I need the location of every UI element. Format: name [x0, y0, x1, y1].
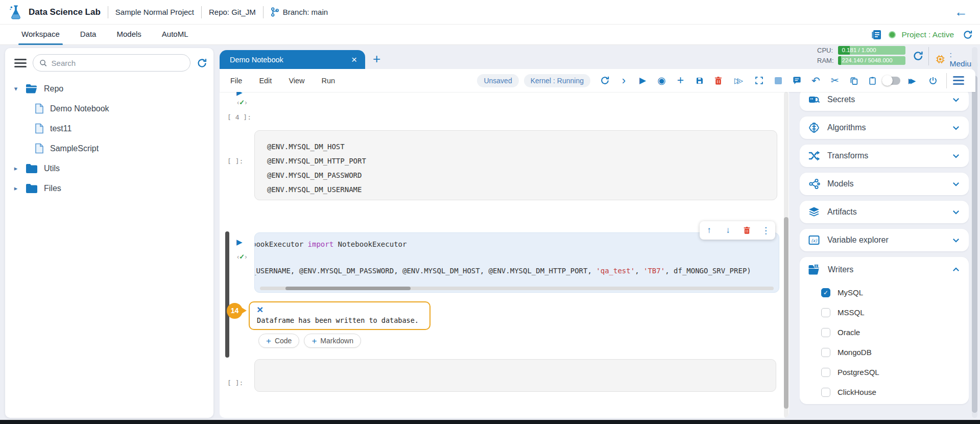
project-name: Sample Normal Project [115, 8, 194, 16]
chevron-down-icon[interactable] [951, 235, 961, 245]
section-algorithms[interactable]: Algorithms [800, 116, 969, 139]
copy-icon[interactable] [844, 72, 863, 89]
writers-header[interactable]: Writers [800, 257, 969, 282]
checkbox[interactable]: ✓ [821, 388, 830, 397]
tree-folder-utils[interactable]: ▸ Utils [12, 158, 213, 178]
nav-tab-automl[interactable]: AutoML [162, 25, 188, 45]
menu-view[interactable]: View [289, 77, 304, 85]
sidebar-menu-icon[interactable] [14, 59, 27, 67]
toggle-switch[interactable] [882, 72, 901, 89]
run-cell-gutter-icon[interactable]: ▶ [236, 238, 243, 247]
checkbox[interactable]: ✓ [821, 328, 830, 337]
refresh-resources-icon[interactable] [913, 50, 924, 62]
logs-icon[interactable] [871, 29, 883, 41]
writer-option-mysql[interactable]: ✓ MySQL [800, 282, 969, 302]
close-tab-icon[interactable]: × [351, 55, 357, 64]
add-markdown-cell-button[interactable]: + Markdown [304, 334, 361, 348]
code-line: _USERNAME, @ENV.MYSQL_DM_PASSWORD, @ENV.… [254, 267, 751, 275]
cut-icon[interactable]: ✂ [825, 72, 844, 89]
back-arrow-icon[interactable]: ← [954, 4, 968, 19]
delete-cell-icon[interactable] [739, 226, 755, 234]
add-code-cell-button[interactable]: + Code [258, 334, 299, 348]
notebook-menu-icon[interactable] [953, 76, 964, 85]
section-variable-explorer[interactable]: (x) Variable explorer [800, 229, 969, 251]
checkbox[interactable]: ✓ [821, 308, 830, 317]
close-callout-icon[interactable]: × [257, 303, 263, 315]
move-cell-up-icon[interactable]: ↑ [702, 225, 717, 235]
menu-edit[interactable]: Edit [259, 77, 272, 85]
fast-forward-icon[interactable]: ▶▶ [901, 72, 920, 89]
artifacts-layers-icon [808, 206, 820, 218]
empty-code-cell[interactable] [254, 359, 776, 392]
add-cell-icon[interactable]: + [671, 72, 690, 89]
chevron-down-icon[interactable] [951, 95, 961, 104]
step-forward-icon[interactable]: › [614, 72, 633, 89]
chevron-down-icon[interactable] [951, 151, 961, 160]
chevron-down-icon[interactable] [951, 179, 961, 189]
tree-file-demo-notebook[interactable]: Demo Notebook [12, 99, 213, 119]
checkbox[interactable]: ✓ [821, 288, 830, 297]
move-cell-down-icon[interactable]: ↓ [721, 225, 736, 235]
chevron-down-icon[interactable] [951, 207, 961, 217]
undo-icon[interactable]: ↶ [806, 72, 825, 89]
delete-cell-icon[interactable] [709, 72, 728, 89]
branch-name: Branch: main [283, 8, 328, 16]
section-artifacts[interactable]: Artifacts [800, 201, 969, 223]
section-secrets[interactable]: Secrets [800, 92, 969, 111]
add-cell-row: + Code + Markdown [258, 334, 361, 348]
writer-option-oracle[interactable]: ✓ Oracle [800, 322, 969, 342]
tree-file-test11[interactable]: test11 [12, 119, 213, 138]
writer-option-clickhouse[interactable]: ✓ ClickHouse [800, 382, 969, 402]
horizontal-scrollbar-thumb[interactable] [285, 287, 411, 290]
file-explorer-sidebar: ▾ Repo Demo Notebook [5, 48, 213, 418]
refresh-notebook-icon[interactable] [595, 72, 614, 89]
run-all-cells-icon[interactable]: ▷▷ [728, 72, 747, 89]
caret-right-icon[interactable]: ▸ [12, 184, 19, 192]
stop-kernel-icon[interactable] [769, 72, 787, 89]
writer-option-postgresql[interactable]: ✓ PostgreSQL [800, 362, 969, 382]
menu-run[interactable]: Run [322, 77, 336, 85]
search-input[interactable] [52, 59, 184, 67]
paste-icon[interactable] [863, 72, 882, 89]
menu-file[interactable]: File [230, 77, 242, 85]
cell-more-options-icon[interactable]: ⋮ [758, 225, 774, 236]
page-scrollbar-thumb[interactable] [972, 76, 977, 413]
page-scrollbar[interactable] [972, 47, 977, 418]
new-tab-button[interactable]: + [373, 51, 380, 67]
code-cell-env[interactable]: @ENV.MYSQL_DM_HOST @ENV.MYSQL_DM_HTTP_PO… [254, 130, 777, 200]
nav-tab-workspace[interactable]: Workspace [21, 25, 60, 45]
refresh-tree-icon[interactable] [197, 58, 207, 68]
tree-folder-repo[interactable]: ▾ Repo [12, 79, 213, 99]
record-target-icon[interactable]: ◉ [652, 72, 671, 89]
search-box[interactable] [33, 54, 190, 72]
comments-icon[interactable] [787, 72, 806, 89]
section-models[interactable]: Models [800, 173, 969, 195]
writer-option-mongodb[interactable]: ✓ MongoDB [800, 342, 969, 362]
cells-scrollbar-thumb[interactable] [784, 217, 788, 409]
caret-right-icon[interactable]: ▸ [12, 164, 19, 172]
cells-scrollbar[interactable] [784, 92, 788, 418]
run-gutter-icon-partial[interactable]: ▶ [236, 92, 243, 97]
nav-tab-data[interactable]: Data [80, 25, 97, 45]
tree-file-samplescript[interactable]: SampleScript [12, 138, 213, 158]
section-transforms[interactable]: Transforms [800, 145, 969, 167]
chevron-up-icon[interactable] [951, 265, 961, 274]
checkbox[interactable]: ✓ [821, 368, 830, 377]
nav-tab-models[interactable]: Models [116, 25, 141, 45]
tree-folder-files[interactable]: ▸ Files [12, 178, 213, 198]
caret-down-icon[interactable]: ▾ [12, 85, 19, 92]
refresh-project-icon[interactable] [963, 30, 973, 40]
code-cell-writer[interactable]: bookExecutor import NotebookExecutor _US… [254, 232, 779, 293]
shutdown-icon[interactable] [923, 72, 942, 89]
section-writers: Writers ✓ MySQL ✓ MSSQL ✓ Oracle [800, 257, 969, 404]
horizontal-scrollbar[interactable] [260, 287, 774, 290]
writer-option-mssql[interactable]: ✓ MSSQL [800, 302, 969, 322]
checkbox[interactable]: ✓ [821, 348, 830, 357]
ram-label: RAM: [817, 57, 834, 64]
fullscreen-icon[interactable] [750, 72, 769, 89]
transforms-shuffle-icon [808, 150, 820, 162]
save-notebook-icon[interactable] [690, 72, 709, 89]
run-cell-icon[interactable]: ▶ [633, 72, 652, 89]
notebook-tab-demo[interactable]: Demo Notebook × [220, 50, 365, 69]
chevron-down-icon[interactable] [951, 123, 961, 132]
